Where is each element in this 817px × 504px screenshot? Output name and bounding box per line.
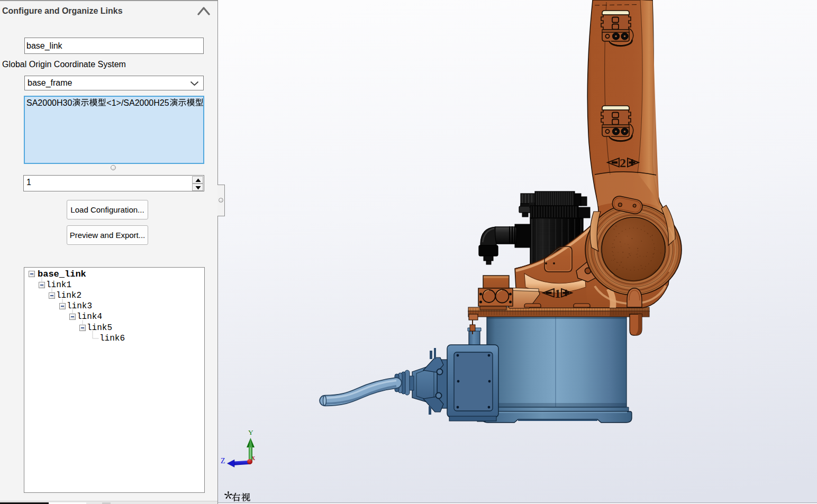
chevron-up-icon <box>197 5 210 17</box>
cable-clamp-block-upper <box>601 11 633 46</box>
spinner-down-button[interactable] <box>192 184 203 191</box>
triad-z-label: Z <box>221 457 225 465</box>
orientation-triad: X Y Z <box>221 428 256 467</box>
panel-title: Configure and Organize Links <box>2 6 123 16</box>
tree-item-link6[interactable]: link6 <box>24 333 204 344</box>
tree-expander-minus[interactable] <box>69 314 76 320</box>
property-manager-panel: Configure and Organize Links base_link G… <box>0 0 217 504</box>
cable-connector-assembly <box>395 348 447 415</box>
tree-item-link2[interactable]: link2 <box>24 290 204 301</box>
up-arrow-icon <box>195 178 201 182</box>
component-text-ascii: <1>/SA2000H25 <box>106 98 169 107</box>
panel-header: Configure and Organize Links <box>0 1 217 22</box>
tree-item-base_link[interactable]: base_link <box>24 269 204 279</box>
link-name-input[interactable]: base_link <box>24 38 204 54</box>
preview-and-export-button[interactable]: Preview and Export... <box>67 225 148 245</box>
svg-text:1: 1 <box>555 287 561 300</box>
cable-clamp-block-lower <box>601 106 633 141</box>
coordinate-system-label: Global Origin Coordinate System <box>2 60 126 69</box>
robot-model-scene: 1 <box>218 0 817 504</box>
orange-connector-block <box>478 276 513 310</box>
load-configuration-button[interactable]: Load Configuration... <box>67 200 148 219</box>
view-orientation-label <box>224 491 250 501</box>
tree-expander-minus[interactable] <box>79 325 86 331</box>
graphics-viewport[interactable]: 1 <box>218 0 817 504</box>
base-cable <box>323 381 397 406</box>
triad-y-label: Y <box>248 428 253 436</box>
tree-expander-minus[interactable] <box>39 282 45 288</box>
horizontal-scrollbar[interactable] <box>0 501 217 504</box>
panel-splitter[interactable] <box>217 0 218 504</box>
coordinate-system-dropdown[interactable]: base_frame <box>24 76 204 90</box>
selected-component-item[interactable]: SA2000H30<1>/SA2000H25 <box>26 98 204 108</box>
spinner-up-button[interactable] <box>192 176 203 184</box>
cjk-text-yanshimoxing <box>72 98 106 107</box>
down-arrow-icon <box>195 186 201 190</box>
tree-item-link3[interactable]: link3 <box>24 301 204 311</box>
robot-base-cylinder <box>477 316 632 423</box>
listbox-resize-grip[interactable] <box>111 165 116 170</box>
chevron-down-icon <box>190 81 199 86</box>
cjk-text-yanshimoxing <box>169 98 204 107</box>
tree-item-link4[interactable]: link4 <box>24 311 204 322</box>
tree-expander-minus[interactable] <box>49 292 55 299</box>
coordinate-system-value: base_frame <box>28 78 72 87</box>
children-count-spinner[interactable]: 1 <box>23 175 204 191</box>
svg-text:2: 2 <box>620 156 626 170</box>
splitter-handle[interactable] <box>217 185 225 216</box>
tree-expander-minus[interactable] <box>29 271 35 277</box>
solidworks-urdf-exporter-window: Configure and Organize Links base_link G… <box>0 0 817 504</box>
collapse-panel-button[interactable] <box>197 5 210 17</box>
tree-item-link5[interactable]: link5 <box>24 323 204 333</box>
selected-components-listbox[interactable]: SA2000H30<1>/SA2000H25 <box>24 96 204 164</box>
link-tree[interactable]: base_link link1 link2 link3 link4 link5 … <box>24 267 205 493</box>
component-text-ascii: SA2000H30 <box>26 98 72 107</box>
tree-expander-minus[interactable] <box>59 303 66 309</box>
spinner-value: 1 <box>26 178 31 187</box>
splitter-grip-dot <box>219 198 223 203</box>
